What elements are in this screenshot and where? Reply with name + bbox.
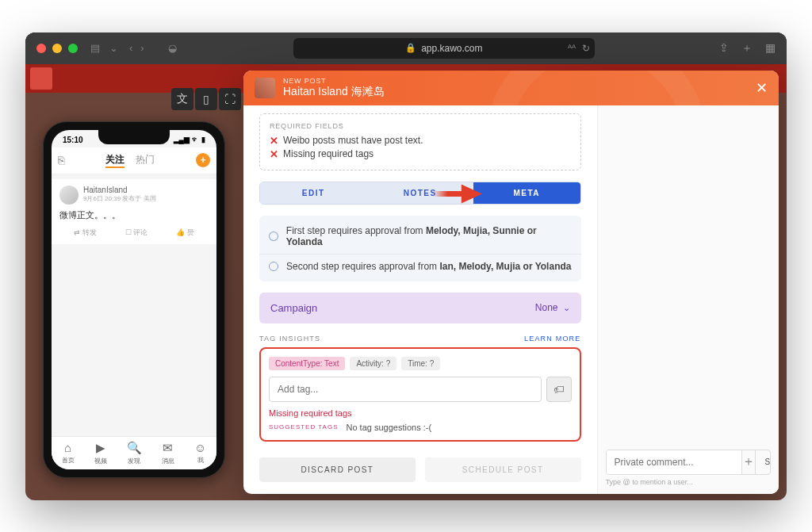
tag-input[interactable]	[269, 377, 542, 402]
modal-footer-buttons: DISCARD POST SCHEDULE POST	[243, 450, 597, 490]
phone-screen: 15:10 ▂▄▆ᯤ▮ ⎘ 关注 热门 +	[52, 130, 216, 469]
tab-notes[interactable]: NOTES	[367, 182, 474, 204]
close-window-button[interactable]	[36, 44, 46, 53]
account-avatar	[255, 78, 275, 98]
weibo-compose-button[interactable]: +	[196, 153, 210, 167]
tag-icon[interactable]: 🏷	[546, 377, 572, 402]
phone-tabbar: ⌂首页 ▶视频 🔍发现 ✉消息 ☺我	[52, 436, 216, 469]
chip-time[interactable]: Time: ?	[401, 357, 440, 370]
tab-overview-icon[interactable]: ▦	[765, 41, 776, 55]
weibo-tab-follow[interactable]: 关注	[105, 153, 124, 168]
modal-body-left: REQUIRED FIELDS ✕Weibo posts must have p…	[243, 105, 597, 494]
new-tab-icon[interactable]: ＋	[741, 41, 753, 55]
learn-more-link[interactable]: LEARN MORE	[524, 335, 581, 343]
approval-box: First step requires approval from Melody…	[259, 216, 581, 281]
comment-bar: ＋ SEND Type @ to mention a user...	[606, 450, 772, 486]
share-icon[interactable]: ⇪	[719, 41, 729, 55]
window-controls	[36, 44, 78, 53]
chevron-down-icon[interactable]: ⌄	[109, 42, 118, 54]
modal-header: NEW POST Haitan Island 海滩岛 ✕	[243, 71, 779, 105]
post-editor-modal: NEW POST Haitan Island 海滩岛 ✕ REQUIRED FI…	[243, 71, 779, 494]
minimize-window-button[interactable]	[52, 44, 62, 53]
lock-icon: 🔒	[405, 43, 416, 53]
required-fields-box: REQUIRED FIELDS ✕Weibo posts must have p…	[259, 113, 581, 170]
browser-window: ▤ ⌄ ‹ › ◒ 🔒 app.kawo.com ᴬᴬ ↻ ⇪ ＋ ▦	[25, 33, 787, 500]
radio-icon[interactable]	[269, 262, 278, 271]
comment-input[interactable]	[607, 450, 741, 474]
chip-activity[interactable]: Activity: ?	[350, 357, 396, 370]
add-attachment-icon[interactable]: ＋	[741, 450, 755, 474]
tab-msg[interactable]: ✉消息	[162, 441, 174, 465]
content-area: 文 ▯ ⛶ 15:10 ▂▄▆ᯤ▮ ⎘ 关注 热门	[25, 64, 787, 500]
translate-icon[interactable]: 文	[171, 88, 193, 110]
tab-video[interactable]: ▶视频	[94, 441, 107, 465]
phone-notch	[98, 130, 170, 144]
mention-hint: Type @ to mention a user...	[606, 478, 772, 486]
shield-icon[interactable]: ◒	[168, 42, 177, 54]
schedule-post-button[interactable]: SCHEDULE POST	[425, 457, 581, 482]
phone-time: 15:10	[63, 136, 83, 144]
camera-icon[interactable]: ⎘	[58, 154, 64, 166]
post-meta: 9月6日 20:39 发布于 美国	[83, 194, 156, 203]
campaign-value: None	[535, 302, 558, 313]
close-icon[interactable]: ✕	[756, 79, 768, 97]
error-icon: ✕	[270, 148, 278, 160]
url-text: app.kawo.com	[421, 43, 482, 54]
image-icon[interactable]: ⛶	[219, 88, 241, 110]
forward-icon[interactable]: ›	[140, 42, 144, 54]
weibo-post: HaitanIsland 9月6日 20:39 发布于 美国 微博正文。。。 ⇄…	[52, 179, 216, 244]
edit-tabs: EDIT NOTES META	[259, 182, 581, 205]
preview-toolbar: 文 ▯ ⛶	[171, 88, 241, 110]
approval-step-1[interactable]: First step requires approval from Melody…	[259, 219, 581, 254]
error-icon: ✕	[270, 135, 278, 147]
reader-icon[interactable]: ᴬᴬ	[568, 43, 576, 54]
maximize-window-button[interactable]	[68, 44, 78, 53]
browser-titlebar: ▤ ⌄ ‹ › ◒ 🔒 app.kawo.com ᴬᴬ ↻ ⇪ ＋ ▦	[25, 33, 787, 64]
repost-action[interactable]: ⇄ 转发	[74, 228, 97, 238]
phone-frame: 15:10 ▂▄▆ᯤ▮ ⎘ 关注 热门 +	[43, 121, 225, 478]
post-avatar	[59, 186, 79, 205]
preview-panel: 文 ▯ ⛶ 15:10 ▂▄▆ᯤ▮ ⎘ 关注 热门	[43, 121, 241, 486]
suggested-tags-label: SUGGESTED TAGS	[269, 423, 339, 431]
tag-insights-section: TAG INSIGHTS LEARN MORE ContentType: Tex…	[259, 335, 581, 442]
campaign-label: Campaign	[270, 302, 317, 314]
tab-discover[interactable]: 🔍发现	[127, 441, 142, 465]
post-body: 微博正文。。。	[59, 209, 209, 221]
required-item-2: Missing required tags	[283, 148, 373, 159]
modal-subtitle: NEW POST	[283, 77, 385, 85]
missing-tags-error: Missing required tags	[269, 408, 572, 418]
tab-home[interactable]: ⌂首页	[62, 441, 75, 465]
tab-meta[interactable]: META	[473, 182, 580, 204]
like-action[interactable]: 👍 赞	[176, 228, 194, 238]
required-item-1: Weibo posts must have post text.	[283, 135, 423, 146]
radio-icon[interactable]	[269, 232, 278, 241]
send-button[interactable]: SEND	[755, 450, 772, 474]
discard-post-button[interactable]: DISCARD POST	[259, 457, 416, 482]
tab-edit[interactable]: EDIT	[260, 182, 367, 204]
tag-box: ContentType: Text Activity: ? Time: ? 🏷 …	[259, 347, 581, 442]
chevron-down-icon: ⌄	[563, 303, 570, 313]
weibo-topbar: ⎘ 关注 热门 +	[52, 147, 216, 174]
post-author: HaitanIsland	[83, 186, 156, 194]
reload-icon[interactable]: ↻	[582, 43, 590, 54]
tab-me[interactable]: ☺我	[194, 441, 206, 465]
approval-step-2[interactable]: Second step requires approval from Ian, …	[259, 254, 581, 278]
comment-action[interactable]: ☐ 评论	[125, 228, 148, 238]
suggested-tags-text: No tag suggestions :-(	[347, 423, 432, 432]
chip-contenttype[interactable]: ContentType: Text	[269, 357, 345, 370]
back-icon[interactable]: ‹	[129, 42, 132, 54]
modal-title: Haitan Island 海滩岛	[283, 85, 385, 99]
campaign-selector[interactable]: Campaign None ⌄	[259, 293, 581, 323]
comments-panel: ＋ SEND Type @ to mention a user...	[597, 105, 779, 494]
url-bar[interactable]: 🔒 app.kawo.com ᴬᴬ ↻	[293, 38, 595, 59]
weibo-tab-hot[interactable]: 热门	[136, 153, 155, 168]
required-fields-label: REQUIRED FIELDS	[270, 122, 571, 130]
tag-insights-label: TAG INSIGHTS	[259, 335, 320, 343]
device-icon[interactable]: ▯	[195, 88, 217, 110]
sidebar-toggle-icon[interactable]: ▤	[90, 42, 100, 54]
